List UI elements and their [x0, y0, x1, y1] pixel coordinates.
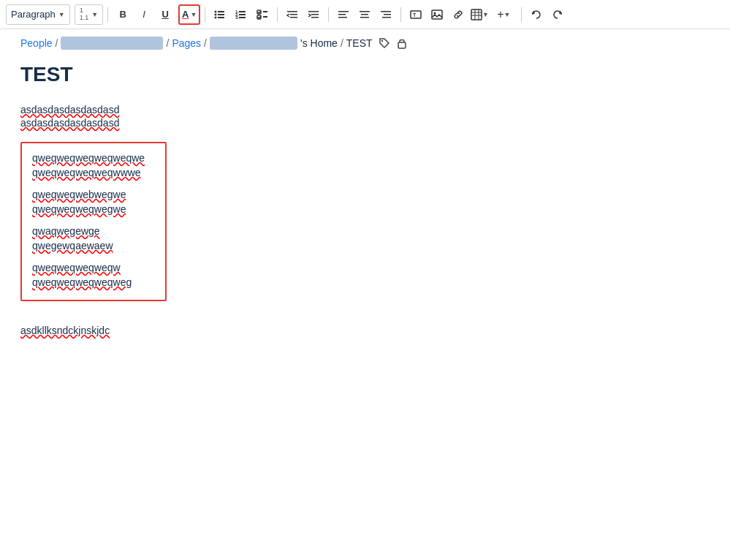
svg-point-4 [215, 16, 217, 18]
indent-decrease-button[interactable] [282, 4, 303, 25]
breadcrumb-pages[interactable]: Pages [172, 37, 201, 49]
svg-rect-18 [290, 17, 297, 18]
breadcrumb-sep-1: / [56, 37, 58, 49]
breadcrumb-sep-4: / [341, 37, 343, 49]
breadcrumb: People / / Pages / 's Home / TEST [0, 29, 730, 57]
align-left-button[interactable] [333, 4, 354, 25]
separator-3 [277, 7, 278, 22]
content-area: TEST asdasdasdasdasdasd asdasdasdasdasda… [0, 57, 730, 367]
separator-6 [521, 7, 522, 22]
checklist-icon [256, 9, 268, 20]
separator-2 [205, 7, 205, 22]
separator-5 [400, 7, 401, 22]
numbered-list-icon: 1. 2. 3. [235, 9, 247, 20]
box-line-4-2: qweqweqweqweqweg [32, 276, 155, 288]
breadcrumb-people[interactable]: People [20, 37, 53, 49]
font-color-chevron: ▼ [190, 11, 197, 18]
svg-rect-19 [308, 11, 319, 12]
bullet-list-icon [214, 9, 226, 20]
svg-rect-13 [263, 11, 267, 12]
breadcrumb-redacted-1[interactable] [61, 37, 163, 50]
bold-button[interactable]: B [113, 4, 133, 25]
box-line-2-1: qweqweqwebwegwe [32, 189, 155, 200]
breadcrumb-redacted-2[interactable] [210, 37, 297, 50]
underline-button[interactable]: U [155, 4, 175, 25]
indent-increase-button[interactable] [303, 4, 324, 25]
svg-rect-24 [338, 17, 347, 18]
bullet-list-button[interactable] [210, 4, 230, 25]
plus-icon: + [497, 8, 503, 21]
separator-1 [107, 7, 108, 22]
italic-button[interactable]: I [134, 4, 154, 25]
svg-rect-20 [311, 14, 319, 15]
numbered-list-button[interactable]: 1. 2. 3. [231, 4, 251, 25]
svg-rect-17 [290, 14, 297, 15]
insert-button[interactable]: + ▼ [490, 4, 517, 25]
line-height-indicator: 1 1.1 [80, 7, 89, 22]
svg-rect-22 [338, 11, 349, 12]
font-color-icon: A [182, 9, 189, 20]
indent-increase-icon [308, 9, 319, 20]
redo-button[interactable] [547, 4, 568, 25]
font-color-group: A ▼ [178, 4, 200, 25]
link-icon [452, 9, 464, 20]
svg-rect-30 [382, 17, 391, 18]
svg-rect-9 [239, 14, 246, 15]
svg-rect-29 [384, 14, 391, 15]
indent-decrease-icon [286, 9, 298, 20]
insert-chevron: ▼ [504, 11, 511, 18]
text-format-group: B I U [113, 4, 175, 25]
redo-icon [552, 9, 563, 20]
toolbar: Paragraph ▼ 1 1.1 ▼ B I U A ▼ [0, 0, 730, 29]
image-icon [431, 9, 443, 20]
svg-rect-23 [338, 14, 346, 15]
alignment-group [333, 4, 396, 25]
undo-icon [531, 9, 542, 20]
align-right-button[interactable] [376, 4, 396, 25]
svg-rect-16 [287, 11, 297, 12]
textbox-icon: T [410, 9, 422, 20]
table-button[interactable]: ▼ [469, 4, 490, 25]
line-height-dropdown[interactable]: 1 1.1 ▼ [75, 4, 103, 25]
svg-point-0 [215, 10, 217, 12]
align-left-icon [338, 9, 349, 20]
svg-rect-33 [432, 10, 442, 19]
box-line-1-2: qweqweqweqweqwwwe [32, 167, 155, 178]
box-group-1: qweqweqweqweqweqwe qweqweqweqweqwwwe [32, 152, 155, 178]
text-line-1: asdasdasdasdasdasd [20, 104, 710, 116]
checklist-button[interactable] [252, 4, 273, 25]
list-group: 1. 2. 3. [210, 4, 273, 25]
svg-rect-26 [361, 14, 368, 15]
insert-group: T ▼ + [406, 4, 517, 25]
table-icon [471, 9, 482, 20]
undo-button[interactable] [526, 4, 547, 25]
font-color-button[interactable]: A ▼ [178, 4, 200, 25]
breadcrumb-current: TEST [346, 37, 373, 49]
link-button[interactable] [448, 4, 468, 25]
table-chevron: ▼ [482, 11, 489, 18]
svg-rect-35 [471, 10, 482, 20]
box-line-3-1: qwaqwegewge [32, 225, 155, 237]
box-line-2-2: qweqweqweqwegwe [32, 203, 155, 215]
image-button[interactable] [427, 4, 447, 25]
svg-rect-5 [218, 17, 224, 18]
textbox-button[interactable]: T [406, 4, 426, 25]
svg-rect-11 [239, 17, 246, 18]
text-line-2: asdasdasdasdasdasd [20, 117, 710, 129]
lock-icon[interactable] [396, 37, 408, 49]
svg-rect-28 [381, 11, 391, 12]
box-line-3-2: qwegewqaewaew [32, 240, 155, 251]
svg-text:3.: 3. [235, 15, 239, 20]
chevron-down-icon: ▼ [58, 11, 65, 18]
separator-4 [328, 7, 329, 22]
svg-rect-3 [218, 14, 224, 15]
breadcrumb-sep-3: / [204, 37, 207, 49]
svg-rect-15 [263, 16, 267, 18]
align-center-button[interactable] [354, 4, 375, 25]
tag-icon[interactable] [379, 37, 390, 49]
svg-point-2 [215, 13, 217, 15]
paragraph-dropdown[interactable]: Paragraph ▼ [6, 4, 70, 25]
svg-rect-1 [218, 11, 224, 12]
svg-rect-21 [311, 17, 319, 18]
svg-point-40 [381, 40, 382, 42]
